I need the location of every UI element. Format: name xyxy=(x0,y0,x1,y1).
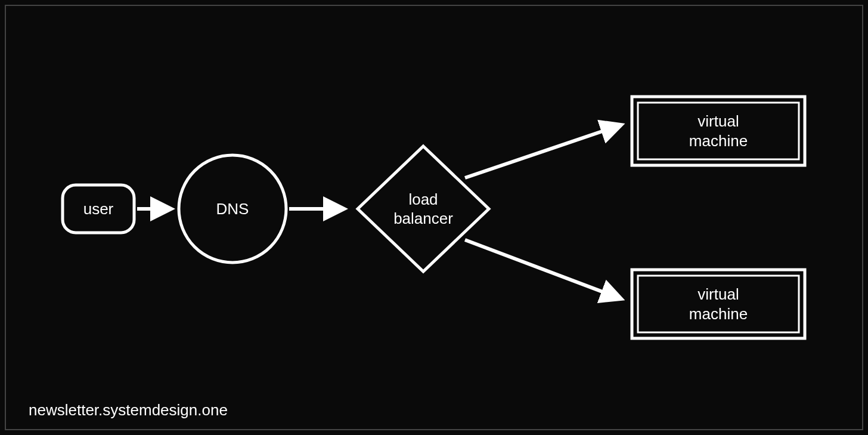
svg-rect-3 xyxy=(638,103,799,159)
diagram-frame: user DNS load balancer virtual machine v… xyxy=(5,5,863,430)
arrow-lb-to-vm-bottom xyxy=(465,240,620,298)
load-balancer-node xyxy=(358,146,489,272)
dns-node xyxy=(179,155,286,263)
svg-marker-1 xyxy=(358,146,489,272)
svg-rect-4 xyxy=(632,270,805,338)
source-caption: newsletter.systemdesign.one xyxy=(29,401,228,419)
vm-top-node xyxy=(632,97,805,165)
svg-rect-5 xyxy=(638,276,799,332)
svg-rect-2 xyxy=(632,97,805,165)
vm-bottom-node xyxy=(632,270,805,338)
arrow-lb-to-vm-top xyxy=(465,125,620,178)
user-node xyxy=(63,185,134,233)
diagram-svg xyxy=(6,6,864,431)
